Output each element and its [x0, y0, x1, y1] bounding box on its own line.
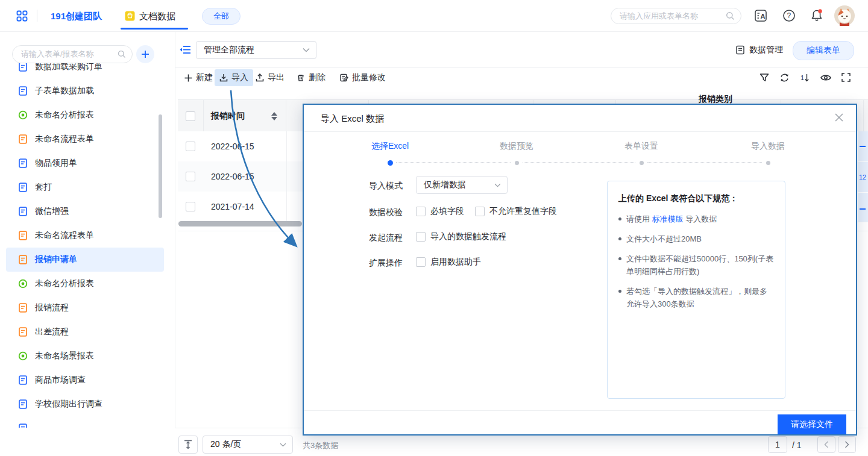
search-icon[interactable] — [726, 11, 735, 20]
form-icon — [18, 327, 28, 337]
standard-template-link[interactable]: 标准模版 — [652, 214, 684, 223]
data-manage-button[interactable]: 数据管理 — [735, 45, 783, 55]
filter-pill-all[interactable]: 全部 — [202, 8, 241, 25]
eye-icon[interactable] — [820, 73, 831, 82]
sidebar-item-商品市场调查[interactable]: 商品市场调查 — [6, 368, 164, 392]
form-icon — [18, 158, 28, 168]
sidebar-item[interactable] — [6, 416, 164, 428]
extension-label: 扩展操作 — [369, 258, 403, 269]
user-avatar[interactable] — [834, 5, 855, 26]
sidebar-item-报销申请单[interactable]: 报销申请单 — [6, 248, 164, 272]
sidebar-item-未命名分析报表[interactable]: 未命名分析报表 — [6, 103, 164, 127]
sidebar-search-input[interactable]: 请输入表单/报表名称 — [12, 45, 133, 63]
export-button[interactable]: 导出 — [251, 69, 289, 86]
search-icon[interactable] — [118, 50, 126, 58]
sidebar: 请输入表单/报表名称 数据加载采购订单子表单数据加载未命名分析报表未命名流程表单… — [0, 31, 175, 428]
row-date-cell: 2022-06-15 — [211, 172, 254, 181]
checkbox-icon[interactable] — [416, 257, 426, 267]
collapse-sidebar-icon[interactable] — [180, 45, 190, 54]
choose-file-button[interactable]: 请选择文件 — [778, 414, 846, 434]
select-all-cell — [178, 100, 204, 132]
help-icon[interactable]: ? — [782, 9, 796, 22]
step-2-label[interactable]: 数据预览 — [500, 141, 533, 152]
page-size-select[interactable]: 20 条/页 — [203, 436, 293, 454]
step-4-label[interactable]: 导入数据 — [751, 141, 785, 152]
horizontal-scrollbar[interactable] — [178, 221, 302, 226]
row-checkbox[interactable] — [186, 202, 195, 211]
total-count-label: 共3条数据 — [303, 440, 338, 451]
app-tab-label[interactable]: 文档数据 — [139, 11, 175, 22]
current-page-input[interactable]: 1 — [768, 436, 787, 453]
import-button[interactable]: 导入 — [215, 69, 253, 86]
step-1-label[interactable]: 选择Excel — [371, 141, 409, 152]
checkbox-required-fields[interactable]: 必填字段 — [416, 206, 464, 217]
sidebar-item-报销流程[interactable]: 报销流程 — [6, 296, 164, 320]
delete-button[interactable]: 删除 — [292, 69, 330, 86]
sidebar-scrollbar[interactable] — [159, 114, 162, 218]
active-tab-underline — [121, 28, 188, 30]
sidebar-item-套打[interactable]: 套打 — [6, 175, 164, 199]
step-1-dot — [388, 160, 393, 166]
global-search-input[interactable]: 请输入应用或表单名称 — [611, 8, 741, 24]
checkbox-trigger-workflow[interactable]: 导入的数据触发流程 — [416, 231, 506, 242]
delete-label: 删除 — [309, 72, 326, 83]
validation-label: 数据校验 — [369, 207, 403, 218]
checkbox-data-assistant[interactable]: 启用数据助手 — [416, 257, 481, 267]
modal-title: 导入 Excel 数据 — [321, 113, 384, 125]
sidebar-item-物品领用单[interactable]: 物品领用单 — [6, 151, 164, 175]
chevron-down-icon — [494, 183, 501, 187]
import-mode-select[interactable]: 仅新增数据 — [416, 176, 508, 194]
upload-spec-item: 文件中数据不能超过50000行、150列(子表单明细同样占用行数) — [618, 252, 774, 278]
team-name[interactable]: 191创建团队 — [51, 11, 102, 22]
prev-page-button[interactable] — [817, 436, 835, 453]
sidebar-item-数据加载采购订单[interactable]: 数据加载采购订单 — [6, 63, 164, 79]
upload-spec-item: 若勾选「导入的数据触发流程」，则最多允许导入300条数据 — [618, 285, 774, 310]
form-icon — [18, 375, 28, 385]
upload-spec-item: 请使用 标准模版 导入数据 — [618, 213, 774, 225]
sidebar-item-出差流程[interactable]: 出差流程 — [6, 320, 164, 344]
edit-form-button[interactable]: 编辑表单 — [793, 41, 854, 60]
data-manage-label: 数据管理 — [749, 45, 783, 55]
checkbox-icon[interactable] — [416, 207, 426, 216]
row-checkbox[interactable] — [186, 142, 195, 151]
form-icon — [18, 351, 28, 361]
trigger-workflow-label: 导入的数据触发流程 — [430, 231, 506, 242]
svg-text:1: 1 — [800, 74, 804, 81]
sidebar-item-未命名场景报表[interactable]: 未命名场景报表 — [6, 344, 164, 368]
fullscreen-icon[interactable] — [841, 73, 851, 82]
column-header-date[interactable]: 报销时间 — [204, 100, 286, 132]
new-record-button[interactable]: 新建 — [180, 69, 218, 86]
row-date-cell: 2022-06-15 — [211, 142, 254, 151]
flow-scope-select[interactable]: 管理全部流程 — [196, 41, 316, 59]
checkbox-icon[interactable] — [416, 232, 426, 242]
sidebar-item-学校假期出行调查[interactable]: 学校假期出行调查 — [6, 392, 164, 416]
filter-icon[interactable] — [760, 73, 769, 83]
row-height-button[interactable] — [178, 436, 198, 454]
sort-toggle[interactable] — [271, 112, 277, 120]
sidebar-item-未命名流程表单[interactable]: 未命名流程表单 — [6, 127, 164, 151]
select-all-checkbox[interactable] — [186, 111, 195, 121]
workbench-grid-icon[interactable] — [16, 10, 28, 22]
sidebar-item-未命名分析报表[interactable]: 未命名分析报表 — [6, 272, 164, 296]
sort-icon[interactable]: 1 — [800, 73, 810, 83]
refresh-icon[interactable] — [779, 73, 790, 83]
new-record-label: 新建 — [196, 72, 213, 83]
chevron-down-icon — [280, 443, 286, 447]
checkbox-icon[interactable] — [475, 207, 485, 216]
step-3-label[interactable]: 表单设置 — [624, 141, 658, 152]
row-checkbox[interactable] — [186, 172, 195, 181]
view-toolbar-divider — [175, 67, 868, 68]
checkbox-no-duplicate[interactable]: 不允许重复值字段 — [475, 206, 557, 217]
close-icon[interactable] — [834, 113, 844, 122]
language-icon[interactable]: A — [754, 9, 767, 22]
sidebar-item-未命名流程表单[interactable]: 未命名流程表单 — [6, 223, 164, 248]
batch-edit-button[interactable]: 批量修改 — [335, 69, 391, 86]
add-form-button[interactable] — [136, 45, 154, 63]
sidebar-item-微信增强[interactable]: 微信增强 — [6, 199, 164, 223]
notification-bell-icon[interactable] — [810, 8, 824, 23]
page-total-label: / 1 — [792, 440, 802, 450]
modal-header-divider — [304, 131, 856, 132]
sidebar-form-list: 数据加载采购订单子表单数据加载未命名分析报表未命名流程表单物品领用单套打微信增强… — [0, 63, 175, 428]
sidebar-item-子表单数据加载[interactable]: 子表单数据加载 — [6, 79, 164, 103]
next-page-button[interactable] — [838, 436, 856, 453]
